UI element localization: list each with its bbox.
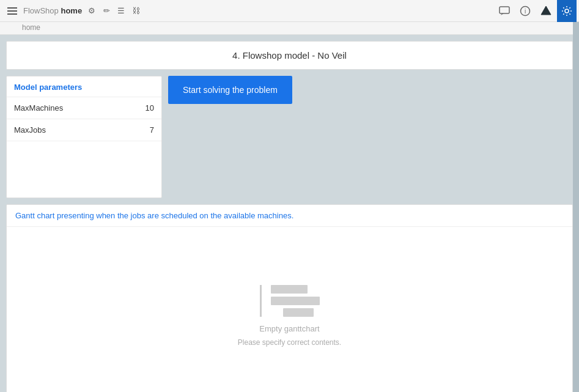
gantt-header: Gantt chart presenting when the jobs are…	[7, 205, 572, 227]
gear-settings-icon[interactable]	[557, 0, 577, 22]
topbar-right-icons: i	[492, 0, 579, 21]
gantt-bar-3	[283, 308, 314, 317]
chat-icon[interactable]	[495, 0, 514, 22]
gantt-icon-bars	[260, 285, 320, 317]
svg-marker-4	[541, 6, 551, 15]
param-name-maxmachines: MaxMachines	[14, 103, 63, 113]
param-row-maxmachines: MaxMachines 10	[7, 97, 161, 119]
topbar-action-icons: ⚙ ✏ ☰ ⛓	[86, 5, 142, 17]
svg-point-5	[565, 9, 569, 13]
empty-gantt-icon	[260, 285, 320, 317]
hamburger-menu-icon[interactable]	[5, 5, 20, 17]
svg-rect-0	[500, 7, 509, 13]
gantt-bar-2	[271, 297, 320, 305]
gantt-bar-1	[271, 285, 308, 294]
app-name: FlowShop home	[23, 6, 82, 15]
empty-gantt-subtitle: Please specify correct contents.	[238, 338, 341, 347]
topbar: FlowShop home ⚙ ✏ ☰ ⛓ i	[0, 0, 579, 22]
topbar-left: FlowShop home ⚙ ✏ ☰ ⛓	[0, 0, 492, 21]
prism-icon[interactable]	[536, 0, 556, 22]
gantt-body: Empty ganttchart Please specify correct …	[7, 227, 572, 392]
main-content: 4. Flowshop model - No Veil Model parame…	[0, 35, 579, 392]
list-icon[interactable]: ☰	[115, 5, 127, 17]
gantt-section: Gantt chart presenting when the jobs are…	[6, 204, 573, 392]
solve-button[interactable]: Start solving the problem	[168, 76, 292, 104]
model-params-panel: Model parameters MaxMachines 10 MaxJobs …	[6, 76, 162, 198]
settings-icon[interactable]: ⚙	[86, 5, 98, 17]
model-params-title: Model parameters	[7, 76, 161, 97]
content-row: Model parameters MaxMachines 10 MaxJobs …	[6, 76, 573, 198]
info-icon[interactable]: i	[515, 0, 535, 22]
param-row-maxjobs: MaxJobs 7	[7, 119, 161, 141]
svg-text:i: i	[525, 8, 526, 15]
param-value-maxjobs: 7	[150, 125, 154, 135]
empty-gantt-title: Empty ganttchart	[259, 324, 319, 333]
pencil-icon[interactable]: ✏	[100, 5, 112, 17]
scrollbar[interactable]	[573, 22, 579, 392]
param-value-maxmachines: 10	[146, 103, 154, 113]
breadcrumb: home	[0, 22, 579, 35]
page-title: 4. Flowshop model - No Veil	[6, 41, 573, 70]
link-icon[interactable]: ⛓	[130, 5, 142, 17]
param-name-maxjobs: MaxJobs	[14, 125, 46, 135]
